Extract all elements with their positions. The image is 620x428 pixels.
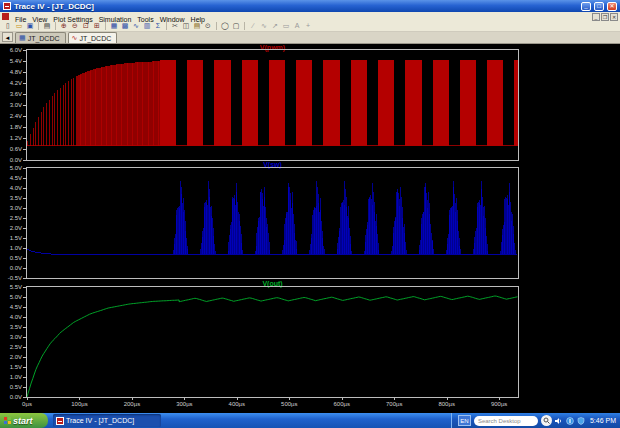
y-axis-tick-mark <box>23 228 26 229</box>
schematic-icon: ▦ <box>19 34 26 42</box>
y-axis-tick-mark <box>23 377 26 378</box>
fourier-icon[interactable]: ∿ <box>131 21 141 31</box>
y-axis-tick-mark <box>23 268 26 269</box>
zoom-area-icon[interactable]: ⊡ <box>81 21 91 31</box>
y-axis-tick-label: 2.5V <box>0 215 22 221</box>
print-icon[interactable]: ▤ <box>42 21 52 31</box>
y-axis-tick-mark <box>23 105 26 106</box>
cursor-toggle-icon[interactable]: + <box>303 21 313 31</box>
tab-scroll-left-button[interactable]: ◄ <box>2 32 13 42</box>
zoom-out-icon[interactable]: ⊖ <box>70 21 80 31</box>
search-input[interactable]: Search Desktop <box>474 416 538 426</box>
find-icon[interactable]: ⊙ <box>203 21 213 31</box>
x-axis-tick-label: 300µs <box>176 401 192 407</box>
y-axis-tick-mark <box>23 116 26 117</box>
log-x-axis-icon[interactable]: ▦ <box>109 21 119 31</box>
search-icon[interactable] <box>541 415 552 426</box>
y-axis-tick-mark <box>23 188 26 189</box>
y-axis-tick-label: 2.0V <box>0 354 22 360</box>
draw-arrow-icon[interactable]: ↗ <box>270 21 280 31</box>
y-axis-tick-label: 1.5V <box>0 364 22 370</box>
y-axis-tick-mark <box>23 61 26 62</box>
mdi-close-button[interactable]: ✕ <box>610 13 618 21</box>
insert-text-icon[interactable]: A <box>292 21 302 31</box>
start-button[interactable]: start <box>0 413 48 428</box>
save-file-icon[interactable]: ▣ <box>25 21 35 31</box>
open-file-icon[interactable]: ▭ <box>14 21 24 31</box>
taskbar-clock: 5:46 PM <box>588 417 616 424</box>
tab-jt_dcdc-1[interactable]: ∿JT_DCDC <box>68 32 118 43</box>
x-axis-tick-mark <box>27 397 28 400</box>
y-axis-tick-mark <box>23 357 26 358</box>
tab-jt_dcdc-0[interactable]: ▦JT_DCDC <box>15 32 66 43</box>
y-axis-tick-mark <box>23 178 26 179</box>
x-axis-tick-label: 500µs <box>281 401 297 407</box>
y-axis-tick-mark <box>23 307 26 308</box>
waveform-viewer: V(pwm)6.0V5.4V4.8V4.2V3.6V3.0V2.4V1.8V1.… <box>0 44 620 413</box>
waveform-icon: ∿ <box>72 34 78 42</box>
x-axis-tick-label: 0µs <box>22 401 32 407</box>
mdi-restore-button[interactable]: ❐ <box>601 13 609 21</box>
y-axis-tick-label: 1.0V <box>0 245 22 251</box>
system-tray: EN Search Desktop 5:46 PM <box>451 413 620 428</box>
new-file-icon[interactable]: ▯ <box>3 21 13 31</box>
windows-flag-icon <box>4 417 11 424</box>
volume-icon[interactable] <box>555 417 563 425</box>
taskbar-task-button[interactable]: Trace IV - [JT_DCDC] <box>53 414 161 427</box>
add-trace-icon[interactable]: Σ <box>153 21 163 31</box>
app-icon <box>3 2 11 10</box>
plot-panel-1[interactable] <box>27 50 518 160</box>
y-axis-tick-label: 4.2V <box>0 80 22 86</box>
security-icon[interactable] <box>577 417 585 425</box>
x-axis-tick-mark <box>237 397 238 400</box>
y-axis-tick-label: 0.0V <box>0 265 22 271</box>
document-icon <box>2 13 9 20</box>
print-preview-icon[interactable]: ▢ <box>231 21 241 31</box>
draw-polyline-icon[interactable]: ∿ <box>259 21 269 31</box>
y-axis-tick-mark <box>23 72 26 73</box>
y-axis-tick-label: 4.8V <box>0 69 22 75</box>
draw-box-icon[interactable]: ▭ <box>281 21 291 31</box>
add-plot-icon[interactable]: ▥ <box>142 21 152 31</box>
y-axis-tick-mark <box>23 287 26 288</box>
x-axis-tick-label: 600µs <box>334 401 350 407</box>
paste-icon[interactable]: ▤ <box>192 21 202 31</box>
close-button[interactable]: ✕ <box>607 2 617 11</box>
mark-ellipse-icon[interactable]: ◯ <box>220 21 230 31</box>
y-axis-tick-mark <box>23 208 26 209</box>
network-icon[interactable] <box>566 417 574 425</box>
y-axis-tick-label: 2.0V <box>0 225 22 231</box>
task-app-icon <box>56 417 64 425</box>
trace-name-vsw[interactable]: V(sw) <box>27 161 518 168</box>
minimize-button[interactable]: _ <box>581 2 591 11</box>
plot-panel-2[interactable] <box>27 168 518 278</box>
y-axis-tick-mark <box>23 218 26 219</box>
zoom-all-icon[interactable]: ⊞ <box>92 21 102 31</box>
toolbar-separator <box>216 22 217 30</box>
toolbar: ▯▭▣▤⊕⊖⊡⊞▦▩∿▥Σ✂◫▤⊙◯▢∕∿↗▭A+ <box>0 21 620 32</box>
y-axis-tick-label: 2.5V <box>0 344 22 350</box>
y-axis-tick-label: 3.0V <box>0 102 22 108</box>
y-axis-tick-label: 0.6V <box>0 146 22 152</box>
x-axis-tick-mark <box>79 397 80 400</box>
menu-bar: FileViewPlot SettingsSimulationToolsWind… <box>0 12 620 21</box>
y-axis-tick-label: 2.4V <box>0 113 22 119</box>
maximize-button[interactable]: □ <box>594 2 604 11</box>
x-axis-tick-label: 900µs <box>491 401 507 407</box>
y-axis-tick-mark <box>23 327 26 328</box>
y-axis-tick-label: 3.0V <box>0 205 22 211</box>
y-axis-tick-mark <box>23 168 26 169</box>
log-y-axis-icon[interactable]: ▩ <box>120 21 130 31</box>
y-axis-tick-label: -0.5V <box>0 275 22 281</box>
x-axis-tick-mark <box>289 397 290 400</box>
plot-panel-3[interactable] <box>27 287 518 397</box>
mdi-minimize-button[interactable]: _ <box>592 13 600 21</box>
y-axis-tick-mark <box>23 149 26 150</box>
draw-line-icon[interactable]: ∕ <box>248 21 258 31</box>
cut-icon[interactable]: ✂ <box>170 21 180 31</box>
y-axis-tick-mark <box>23 127 26 128</box>
zoom-in-icon[interactable]: ⊕ <box>59 21 69 31</box>
copy-icon[interactable]: ◫ <box>181 21 191 31</box>
language-indicator[interactable]: EN <box>458 415 471 426</box>
trace-name-vout[interactable]: V(out) <box>27 280 518 287</box>
